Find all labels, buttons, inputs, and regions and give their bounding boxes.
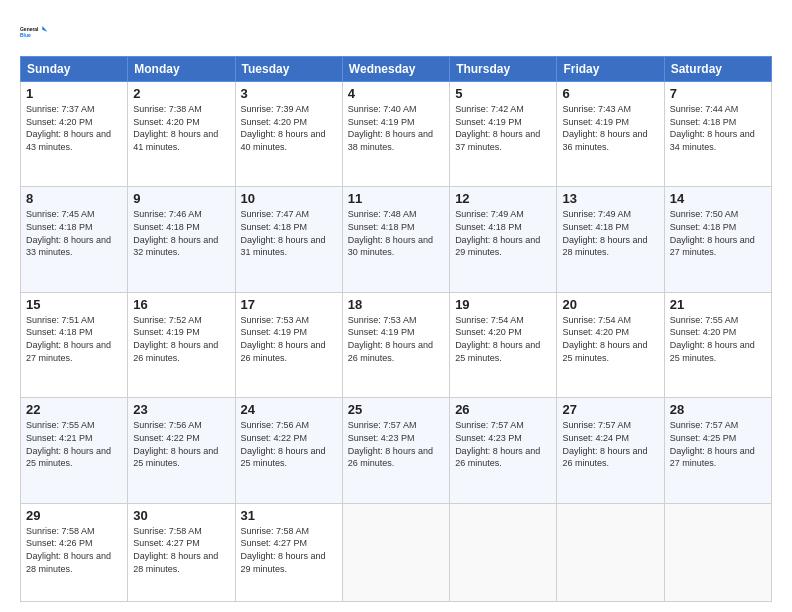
calendar-cell: 5 Sunrise: 7:42 AMSunset: 4:19 PMDayligh… <box>450 82 557 187</box>
cell-info: Sunrise: 7:58 AMSunset: 4:27 PMDaylight:… <box>241 526 326 574</box>
cell-info: Sunrise: 7:54 AMSunset: 4:20 PMDaylight:… <box>562 315 647 363</box>
day-number: 20 <box>562 297 658 312</box>
day-number: 11 <box>348 191 444 206</box>
day-number: 26 <box>455 402 551 417</box>
day-number: 23 <box>133 402 229 417</box>
calendar-cell: 7 Sunrise: 7:44 AMSunset: 4:18 PMDayligh… <box>664 82 771 187</box>
col-header-sunday: Sunday <box>21 57 128 82</box>
calendar-cell: 21 Sunrise: 7:55 AMSunset: 4:20 PMDaylig… <box>664 292 771 397</box>
day-number: 1 <box>26 86 122 101</box>
cell-info: Sunrise: 7:55 AMSunset: 4:20 PMDaylight:… <box>670 315 755 363</box>
day-number: 8 <box>26 191 122 206</box>
calendar-cell: 27 Sunrise: 7:57 AMSunset: 4:24 PMDaylig… <box>557 398 664 503</box>
col-header-friday: Friday <box>557 57 664 82</box>
cell-info: Sunrise: 7:57 AMSunset: 4:23 PMDaylight:… <box>455 420 540 468</box>
day-number: 27 <box>562 402 658 417</box>
calendar-cell <box>557 503 664 601</box>
calendar-cell: 2 Sunrise: 7:38 AMSunset: 4:20 PMDayligh… <box>128 82 235 187</box>
day-number: 10 <box>241 191 337 206</box>
cell-info: Sunrise: 7:48 AMSunset: 4:18 PMDaylight:… <box>348 209 433 257</box>
cell-info: Sunrise: 7:58 AMSunset: 4:26 PMDaylight:… <box>26 526 111 574</box>
cell-info: Sunrise: 7:49 AMSunset: 4:18 PMDaylight:… <box>562 209 647 257</box>
cell-info: Sunrise: 7:56 AMSunset: 4:22 PMDaylight:… <box>241 420 326 468</box>
calendar-cell: 19 Sunrise: 7:54 AMSunset: 4:20 PMDaylig… <box>450 292 557 397</box>
svg-text:Blue: Blue <box>20 33 31 38</box>
day-number: 15 <box>26 297 122 312</box>
day-number: 24 <box>241 402 337 417</box>
cell-info: Sunrise: 7:45 AMSunset: 4:18 PMDaylight:… <box>26 209 111 257</box>
day-number: 25 <box>348 402 444 417</box>
col-header-monday: Monday <box>128 57 235 82</box>
logo-icon: GeneralBlue <box>20 18 48 46</box>
calendar-cell <box>664 503 771 601</box>
day-number: 31 <box>241 508 337 523</box>
day-number: 12 <box>455 191 551 206</box>
day-number: 21 <box>670 297 766 312</box>
cell-info: Sunrise: 7:51 AMSunset: 4:18 PMDaylight:… <box>26 315 111 363</box>
cell-info: Sunrise: 7:53 AMSunset: 4:19 PMDaylight:… <box>348 315 433 363</box>
calendar-cell: 13 Sunrise: 7:49 AMSunset: 4:18 PMDaylig… <box>557 187 664 292</box>
col-header-thursday: Thursday <box>450 57 557 82</box>
calendar-cell: 18 Sunrise: 7:53 AMSunset: 4:19 PMDaylig… <box>342 292 449 397</box>
cell-info: Sunrise: 7:52 AMSunset: 4:19 PMDaylight:… <box>133 315 218 363</box>
calendar-cell: 11 Sunrise: 7:48 AMSunset: 4:18 PMDaylig… <box>342 187 449 292</box>
cell-info: Sunrise: 7:42 AMSunset: 4:19 PMDaylight:… <box>455 104 540 152</box>
day-number: 14 <box>670 191 766 206</box>
day-number: 2 <box>133 86 229 101</box>
calendar-cell: 12 Sunrise: 7:49 AMSunset: 4:18 PMDaylig… <box>450 187 557 292</box>
calendar-cell: 17 Sunrise: 7:53 AMSunset: 4:19 PMDaylig… <box>235 292 342 397</box>
cell-info: Sunrise: 7:39 AMSunset: 4:20 PMDaylight:… <box>241 104 326 152</box>
calendar-cell: 26 Sunrise: 7:57 AMSunset: 4:23 PMDaylig… <box>450 398 557 503</box>
calendar-cell: 14 Sunrise: 7:50 AMSunset: 4:18 PMDaylig… <box>664 187 771 292</box>
calendar-cell: 8 Sunrise: 7:45 AMSunset: 4:18 PMDayligh… <box>21 187 128 292</box>
calendar-cell: 22 Sunrise: 7:55 AMSunset: 4:21 PMDaylig… <box>21 398 128 503</box>
day-number: 13 <box>562 191 658 206</box>
calendar-cell: 3 Sunrise: 7:39 AMSunset: 4:20 PMDayligh… <box>235 82 342 187</box>
calendar-cell <box>450 503 557 601</box>
calendar-cell: 23 Sunrise: 7:56 AMSunset: 4:22 PMDaylig… <box>128 398 235 503</box>
calendar-cell: 16 Sunrise: 7:52 AMSunset: 4:19 PMDaylig… <box>128 292 235 397</box>
calendar-cell: 6 Sunrise: 7:43 AMSunset: 4:19 PMDayligh… <box>557 82 664 187</box>
cell-info: Sunrise: 7:57 AMSunset: 4:23 PMDaylight:… <box>348 420 433 468</box>
cell-info: Sunrise: 7:49 AMSunset: 4:18 PMDaylight:… <box>455 209 540 257</box>
cell-info: Sunrise: 7:57 AMSunset: 4:24 PMDaylight:… <box>562 420 647 468</box>
cell-info: Sunrise: 7:44 AMSunset: 4:18 PMDaylight:… <box>670 104 755 152</box>
day-number: 3 <box>241 86 337 101</box>
day-number: 16 <box>133 297 229 312</box>
col-header-wednesday: Wednesday <box>342 57 449 82</box>
page: GeneralBlue SundayMondayTuesdayWednesday… <box>0 0 792 612</box>
cell-info: Sunrise: 7:43 AMSunset: 4:19 PMDaylight:… <box>562 104 647 152</box>
cell-info: Sunrise: 7:53 AMSunset: 4:19 PMDaylight:… <box>241 315 326 363</box>
day-number: 29 <box>26 508 122 523</box>
col-header-tuesday: Tuesday <box>235 57 342 82</box>
day-number: 28 <box>670 402 766 417</box>
cell-info: Sunrise: 7:58 AMSunset: 4:27 PMDaylight:… <box>133 526 218 574</box>
cell-info: Sunrise: 7:47 AMSunset: 4:18 PMDaylight:… <box>241 209 326 257</box>
calendar-cell: 24 Sunrise: 7:56 AMSunset: 4:22 PMDaylig… <box>235 398 342 503</box>
cell-info: Sunrise: 7:55 AMSunset: 4:21 PMDaylight:… <box>26 420 111 468</box>
svg-marker-2 <box>42 26 47 32</box>
calendar-cell: 25 Sunrise: 7:57 AMSunset: 4:23 PMDaylig… <box>342 398 449 503</box>
cell-info: Sunrise: 7:54 AMSunset: 4:20 PMDaylight:… <box>455 315 540 363</box>
day-number: 19 <box>455 297 551 312</box>
cell-info: Sunrise: 7:50 AMSunset: 4:18 PMDaylight:… <box>670 209 755 257</box>
header: GeneralBlue <box>20 18 772 46</box>
day-number: 5 <box>455 86 551 101</box>
calendar-cell: 28 Sunrise: 7:57 AMSunset: 4:25 PMDaylig… <box>664 398 771 503</box>
cell-info: Sunrise: 7:46 AMSunset: 4:18 PMDaylight:… <box>133 209 218 257</box>
day-number: 4 <box>348 86 444 101</box>
calendar-cell: 15 Sunrise: 7:51 AMSunset: 4:18 PMDaylig… <box>21 292 128 397</box>
cell-info: Sunrise: 7:56 AMSunset: 4:22 PMDaylight:… <box>133 420 218 468</box>
day-number: 7 <box>670 86 766 101</box>
day-number: 18 <box>348 297 444 312</box>
day-number: 22 <box>26 402 122 417</box>
calendar-cell: 29 Sunrise: 7:58 AMSunset: 4:26 PMDaylig… <box>21 503 128 601</box>
cell-info: Sunrise: 7:57 AMSunset: 4:25 PMDaylight:… <box>670 420 755 468</box>
day-number: 30 <box>133 508 229 523</box>
cell-info: Sunrise: 7:40 AMSunset: 4:19 PMDaylight:… <box>348 104 433 152</box>
cell-info: Sunrise: 7:37 AMSunset: 4:20 PMDaylight:… <box>26 104 111 152</box>
calendar-cell: 30 Sunrise: 7:58 AMSunset: 4:27 PMDaylig… <box>128 503 235 601</box>
day-number: 9 <box>133 191 229 206</box>
logo: GeneralBlue <box>20 18 48 46</box>
calendar-cell <box>342 503 449 601</box>
